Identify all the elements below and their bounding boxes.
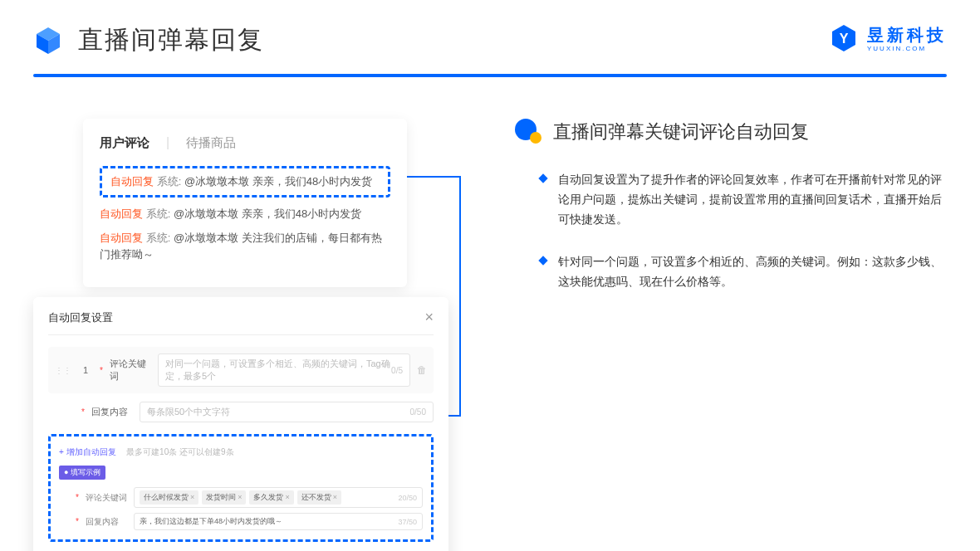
content-input[interactable]: 每条限50个中文字符0/50 <box>140 402 434 422</box>
bullet-item: 针对同一个问题，可设置多个相近的、高频的关键词。例如：这款多少钱、这块能优惠吗、… <box>515 252 947 292</box>
comments-card: 用户评论 | 待播商品 自动回复 系统: @冰墩墩本墩 亲亲，我们48小时内发货… <box>83 119 407 287</box>
field-label: 回复内容 <box>86 516 127 528</box>
sequence-number: 1 <box>78 365 93 375</box>
required-marker: * <box>76 493 79 502</box>
close-icon[interactable]: × <box>424 309 434 326</box>
field-label: 评论关键词 <box>110 358 151 383</box>
bullet-text: 针对同一个问题，可设置多个相近的、高频的关键词。例如：这款多少钱、这块能优惠吗、… <box>558 252 947 292</box>
field-label: 回复内容 <box>91 406 133 418</box>
cube-icon <box>33 26 63 56</box>
add-hint: 最多可建10条 还可以创建9条 <box>126 447 233 456</box>
auto-reply-tag: 自动回复 <box>100 232 143 244</box>
keyword-input[interactable]: 对同一个问题，可设置多个相近、高频的关键词，Tag确定，最多5个0/5 <box>158 354 410 387</box>
system-tag: 系统: <box>146 232 171 244</box>
example-badge: ● 填写示例 <box>59 466 105 480</box>
brand-name: 昱新科技 <box>867 24 947 46</box>
connector-line <box>403 176 461 178</box>
tag-item[interactable]: 多久发货× <box>249 490 293 505</box>
required-marker: * <box>81 407 85 417</box>
drag-handle-icon[interactable]: ⋮⋮ <box>55 366 71 375</box>
system-tag: 系统: <box>157 175 182 188</box>
reply-text: @冰墩墩本墩 亲亲，我们48小时内发货 <box>184 175 372 188</box>
diamond-icon <box>538 256 547 266</box>
delete-icon[interactable]: 🗑 <box>417 364 427 376</box>
field-label: 评论关键词 <box>86 492 127 504</box>
form-row: ⋮⋮ 1 * 评论关键词 对同一个问题，可设置多个相近、高频的关键词，Tag确定… <box>48 347 434 393</box>
add-reply-link[interactable]: + 增加自动回复 <box>59 447 116 456</box>
reply-text: @冰墩墩本墩 亲亲，我们48小时内发货 <box>174 207 361 220</box>
bullet-text: 自动回复设置为了提升作者的评论回复效率，作者可在开播前针对常见的评论用户问题，提… <box>558 170 947 229</box>
settings-card: 自动回复设置 × ⋮⋮ 1 * 评论关键词 对同一个问题，可设置多个相近、高频的… <box>33 297 448 551</box>
brand-icon: Y <box>829 23 859 53</box>
required-marker: * <box>100 366 103 375</box>
tab-comments[interactable]: 用户评论 <box>100 135 149 151</box>
auto-reply-tag: 自动回复 <box>110 175 154 188</box>
bullet-item: 自动回复设置为了提升作者的评论回复效率，作者可在开播前针对常见的评论用户问题，提… <box>515 170 947 229</box>
svg-text:Y: Y <box>840 32 849 46</box>
page-title: 直播间弹幕回复 <box>78 23 264 57</box>
brand-logo-block: Y 昱新科技 YUUXIN.COM <box>829 23 947 53</box>
tag-item[interactable]: 还不发货× <box>297 490 341 505</box>
bubble-icon <box>515 119 541 145</box>
tab-divider: | <box>166 135 169 151</box>
settings-title: 自动回复设置 <box>48 310 113 325</box>
tab-products[interactable]: 待播商品 <box>186 135 236 151</box>
section-title: 直播间弹幕关键词评论自动回复 <box>553 119 809 144</box>
tag-item[interactable]: 发货时间× <box>202 490 246 505</box>
auto-reply-tag: 自动回复 <box>100 207 143 220</box>
tag-item[interactable]: 什么时候发货× <box>140 490 198 505</box>
example-content-input[interactable]: 亲，我们这边都是下单48小时内发货的哦～37/50 <box>134 513 423 530</box>
system-tag: 系统: <box>146 207 171 220</box>
highlighted-reply: 自动回复 系统: @冰墩墩本墩 亲亲，我们48小时内发货 <box>100 166 390 197</box>
required-marker: * <box>76 517 79 526</box>
connector-line <box>459 176 461 417</box>
example-tags-input[interactable]: 什么时候发货× 发货时间× 多久发货× 还不发货× 20/50 <box>134 487 423 508</box>
example-highlight: + 增加自动回复 最多可建10条 还可以创建9条 ● 填写示例 * 评论关键词 … <box>48 434 434 542</box>
diamond-icon <box>538 173 547 183</box>
